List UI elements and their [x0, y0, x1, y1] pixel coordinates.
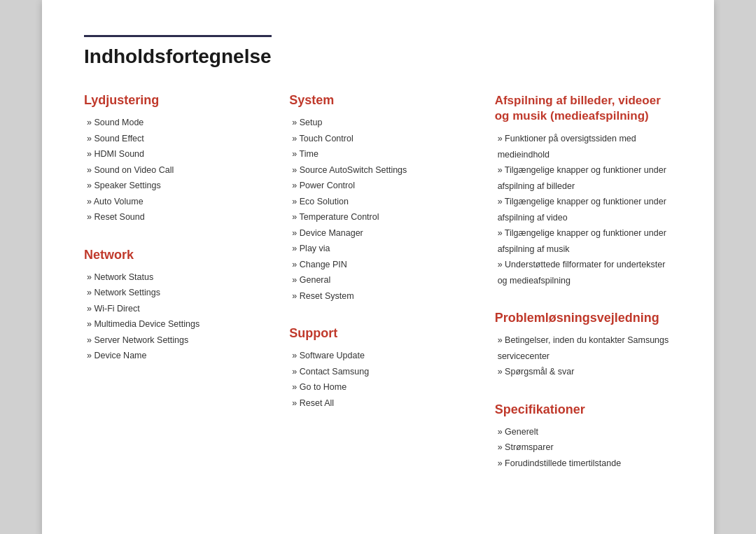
section-title-afspilning[interactable]: Afspilning af billeder, videoer og musik… — [495, 93, 672, 124]
section-afspilning: Afspilning af billeder, videoer og musik… — [495, 93, 672, 288]
list-item[interactable]: Source AutoSwitch Settings — [289, 162, 466, 178]
list-item[interactable]: Forudindstillede timertilstande — [495, 456, 672, 472]
list-item[interactable]: Sound Mode — [84, 115, 261, 131]
section-title-system[interactable]: System — [289, 93, 466, 108]
section-title-support[interactable]: Support — [289, 326, 466, 341]
list-item[interactable]: Tilgængelige knapper og funktioner under… — [495, 225, 672, 257]
section-items-afspilning: Funktioner på oversigtssiden med mediein… — [495, 131, 672, 288]
list-item[interactable]: Generelt — [495, 424, 672, 440]
section-items-system: Setup Touch Control Time Source AutoSwit… — [289, 115, 466, 304]
section-system: System Setup Touch Control Time Source A… — [289, 93, 466, 304]
right-column: Afspilning af billeder, videoer og musik… — [495, 93, 672, 493]
list-item[interactable]: Change PIN — [289, 257, 466, 273]
list-item[interactable]: Spørgsmål & svar — [495, 364, 672, 380]
section-title-network[interactable]: Network — [84, 248, 261, 262]
section-problemlosning: Problemløsningsvejledning Betingelser, i… — [495, 311, 672, 380]
list-item[interactable]: Sound Effect — [84, 131, 261, 147]
list-item[interactable]: Time — [289, 146, 466, 162]
list-item[interactable]: Funktioner på oversigtssiden med mediein… — [495, 131, 672, 162]
list-item[interactable]: Device Manager — [289, 225, 466, 241]
list-item[interactable]: Play via — [289, 241, 466, 257]
list-item[interactable]: Tilgængelige knapper og funktioner under… — [495, 162, 672, 194]
list-item[interactable]: Setup — [289, 115, 466, 131]
left-column: Lydjustering Sound Mode Sound Effect HDM… — [84, 93, 261, 493]
list-item[interactable]: Network Status — [84, 269, 261, 286]
list-item[interactable]: Tilgængelige knapper og funktioner under… — [495, 194, 672, 225]
section-items-network: Network Status Network Settings Wi-Fi Di… — [84, 269, 261, 364]
section-items-support: Software Update Contact Samsung Go to Ho… — [289, 348, 466, 411]
section-title-specifikationer[interactable]: Specifikationer — [495, 402, 672, 417]
list-item[interactable]: Reset System — [289, 288, 466, 304]
page-container: Indholdsfortegnelse Lydjustering Sound M… — [42, 0, 714, 534]
list-item[interactable]: Eco Solution — [289, 194, 466, 210]
section-specifikationer: Specifikationer Generelt Strømsparer For… — [495, 402, 672, 472]
section-network: Network Network Status Network Settings … — [84, 248, 261, 364]
middle-column: System Setup Touch Control Time Source A… — [289, 93, 466, 493]
list-item[interactable]: Sound on Video Call — [84, 162, 261, 178]
list-item[interactable]: Temperature Control — [289, 209, 466, 225]
section-title-lydjustering[interactable]: Lydjustering — [84, 93, 261, 108]
list-item[interactable]: Reset All — [289, 395, 466, 412]
section-items-specifikationer: Generelt Strømsparer Forudindstillede ti… — [495, 424, 672, 472]
page-title-container: Indholdsfortegnelse — [84, 35, 272, 68]
section-title-problemlosning[interactable]: Problemløsningsvejledning — [495, 311, 672, 325]
section-support: Support Software Update Contact Samsung … — [289, 326, 466, 411]
section-items-problemlosning: Betingelser, inden du kontakter Samsungs… — [495, 332, 672, 380]
list-item[interactable]: Reset Sound — [84, 209, 261, 225]
list-item[interactable]: Strømsparer — [495, 440, 672, 456]
list-item[interactable]: Understøttede filformater for undertekst… — [495, 257, 672, 288]
list-item[interactable]: Device Name — [84, 348, 261, 364]
content-columns: Lydjustering Sound Mode Sound Effect HDM… — [84, 93, 672, 493]
list-item[interactable]: General — [289, 272, 466, 288]
list-item[interactable]: Auto Volume — [84, 194, 261, 210]
list-item[interactable]: Contact Samsung — [289, 364, 466, 380]
list-item[interactable]: Multimedia Device Settings — [84, 316, 261, 332]
list-item[interactable]: Wi-Fi Direct — [84, 301, 261, 317]
list-item[interactable]: Network Settings — [84, 285, 261, 301]
list-item[interactable]: Touch Control — [289, 131, 466, 147]
list-item[interactable]: Betingelser, inden du kontakter Samsungs… — [495, 332, 672, 364]
list-item[interactable]: Power Control — [289, 178, 466, 194]
page-title: Indholdsfortegnelse — [84, 45, 272, 68]
list-item[interactable]: Software Update — [289, 348, 466, 364]
list-item[interactable]: HDMI Sound — [84, 146, 261, 162]
section-lydjustering: Lydjustering Sound Mode Sound Effect HDM… — [84, 93, 261, 225]
list-item[interactable]: Speaker Settings — [84, 178, 261, 194]
list-item[interactable]: Go to Home — [289, 379, 466, 395]
list-item[interactable]: Server Network Settings — [84, 332, 261, 349]
section-items-lydjustering: Sound Mode Sound Effect HDMI Sound Sound… — [84, 115, 261, 225]
